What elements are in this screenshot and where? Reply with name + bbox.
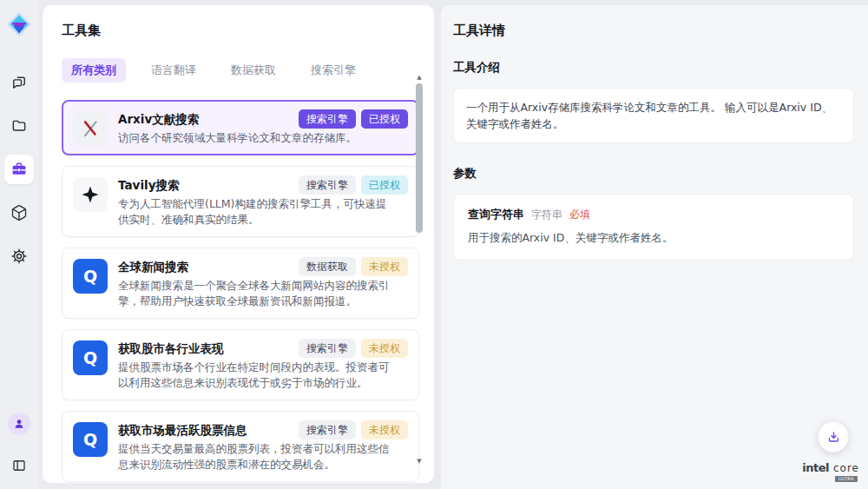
param-name: 查询字符串 [468, 207, 524, 222]
params-heading: 参数 [453, 166, 854, 182]
tool-card[interactable]: Arxiv文献搜索搜索引擎已授权访问各个研究领域大量科学论文和文章的存储库。 [62, 100, 419, 155]
folder-icon [10, 117, 28, 135]
intel-word: intel [802, 461, 829, 474]
tool-card-desc: 全球新闻搜索是一个聚合全球各大新闻网站内容的搜索引擎，帮助用户快速获取全球最新资… [118, 278, 394, 309]
sidebar-item-panel-toggle[interactable] [4, 451, 34, 480]
tab-0[interactable]: 所有类别 [62, 58, 126, 83]
sidebar-item-cube[interactable] [4, 198, 34, 228]
intro-card: 一个用于从Arxiv存储库搜索科学论文和文章的工具。 输入可以是Arxiv ID… [453, 88, 854, 143]
sidebar-item-folder[interactable] [4, 111, 34, 141]
sidebar-item-chat[interactable] [4, 68, 34, 97]
detail-title: 工具详情 [453, 23, 854, 39]
tool-card-title: Arxiv文献搜索 [118, 109, 199, 127]
tab-3[interactable]: 搜索引擎 [301, 58, 365, 83]
sidebar-item-settings[interactable] [4, 241, 34, 271]
panel-toggle-icon [11, 458, 27, 473]
core-word: core [833, 462, 859, 474]
scroll-up-icon[interactable]: ▲ [415, 73, 424, 82]
download-icon [826, 430, 841, 445]
intro-heading: 工具介绍 [453, 60, 854, 76]
auth-status-badge: 未授权 [361, 339, 408, 358]
tool-card-desc: 提供当天交易量最高的股票列表，投资者可以利用这些信息来识别流动性强的股票和潜在的… [118, 441, 394, 472]
tool-card[interactable]: Tavily搜索搜索引擎已授权专为人工智能代理(LLM)构建的搜索引擎工具，可快… [62, 166, 419, 237]
category-badge: 搜索引擎 [299, 339, 356, 358]
app-logo-icon [5, 10, 33, 38]
tool-card[interactable]: Q 全球新闻搜索数据获取未授权全球新闻搜索是一个聚合全球各大新闻网站内容的搜索引… [62, 248, 419, 319]
param-desc: 用于搜索的Arxiv ID、关键字或作者姓名。 [468, 231, 839, 246]
tab-2[interactable]: 数据获取 [221, 58, 286, 83]
ultra-badge: ULTRA [835, 476, 858, 482]
user-avatar-icon [8, 413, 30, 435]
tool-list-panel: 工具集 所有类别语言翻译数据获取搜索引擎 Arxiv文献搜索搜索引擎已授权访问各… [43, 5, 434, 483]
intel-core-logo: intel core ULTRA [802, 460, 859, 482]
sidebar-bottom [4, 409, 34, 480]
param-type: 字符串 [531, 208, 562, 222]
tool-card-desc: 专为人工智能代理(LLM)构建的搜索引擎工具，可快速提供实时、准确和真实的结果。 [118, 196, 394, 228]
scrollbar-thumb[interactable] [416, 83, 423, 233]
arxiv-icon [73, 111, 108, 146]
cube-icon [10, 204, 28, 221]
page-title: 工具集 [62, 23, 413, 39]
toolbox-icon [10, 161, 28, 178]
tool-card[interactable]: Q 获取股市各行业表现搜索引擎未授权提供股票市场各个行业在特定时间段内的表现。投… [62, 329, 419, 400]
qblue-icon: Q [73, 340, 108, 375]
intro-text: 一个用于从Arxiv存储库搜索科学论文和文章的工具。 输入可以是Arxiv ID… [466, 99, 841, 132]
chat-icon [10, 74, 28, 91]
app-window: 工具集 所有类别语言翻译数据获取搜索引擎 Arxiv文献搜索搜索引擎已授权访问各… [0, 0, 868, 489]
param-card: 查询字符串 字符串 必填 用于搜索的Arxiv ID、关键字或作者姓名。 [453, 194, 854, 261]
tab-1[interactable]: 语言翻译 [141, 58, 206, 83]
tool-detail-panel: 工具详情 工具介绍 一个用于从Arxiv存储库搜索科学论文和文章的工具。 输入可… [441, 5, 868, 489]
scrollbar[interactable]: ▲ ▼ [415, 73, 424, 466]
left-sidebar [0, 0, 38, 489]
auth-status-badge: 未授权 [361, 420, 408, 439]
auth-status-badge: 已授权 [361, 109, 408, 129]
category-badge: 数据获取 [299, 257, 356, 276]
tool-card-title: 全球新闻搜索 [118, 257, 188, 274]
sidebar-item-user[interactable] [4, 409, 34, 439]
gear-icon [10, 248, 28, 265]
tavily-icon [73, 177, 108, 212]
qblue-icon: Q [73, 422, 108, 457]
param-required-badge: 必填 [569, 208, 590, 222]
tool-card[interactable]: Q 获取市场最活跃股票信息搜索引擎未授权提供当天交易量最高的股票列表，投资者可以… [62, 411, 419, 482]
tool-card-desc: 访问各个研究领域大量科学论文和文章的存储库。 [118, 130, 394, 146]
tool-card-title: 获取股市各行业表现 [118, 339, 224, 356]
category-tabs: 所有类别语言翻译数据获取搜索引擎 [62, 58, 413, 83]
sidebar-item-toolbox[interactable] [4, 155, 34, 184]
qblue-icon: Q [73, 259, 108, 294]
category-badge: 搜索引擎 [299, 109, 356, 129]
tool-card-desc: 提供股票市场各个行业在特定时间段内的表现。投资者可以利用这些信息来识别表现优于或… [118, 360, 394, 391]
tool-card-title: Tavily搜索 [118, 175, 179, 193]
tool-card-title: 获取市场最活跃股票信息 [118, 420, 247, 438]
sidebar-nav [4, 68, 34, 271]
auth-status-badge: 未授权 [361, 257, 408, 276]
scroll-down-icon[interactable]: ▼ [415, 457, 424, 466]
auth-status-badge: 已授权 [361, 175, 408, 195]
category-badge: 搜索引擎 [299, 420, 356, 439]
tool-cards: Arxiv文献搜索搜索引擎已授权访问各个研究领域大量科学论文和文章的存储库。 T… [62, 100, 419, 483]
category-badge: 搜索引擎 [299, 175, 356, 195]
download-button[interactable] [818, 421, 849, 453]
